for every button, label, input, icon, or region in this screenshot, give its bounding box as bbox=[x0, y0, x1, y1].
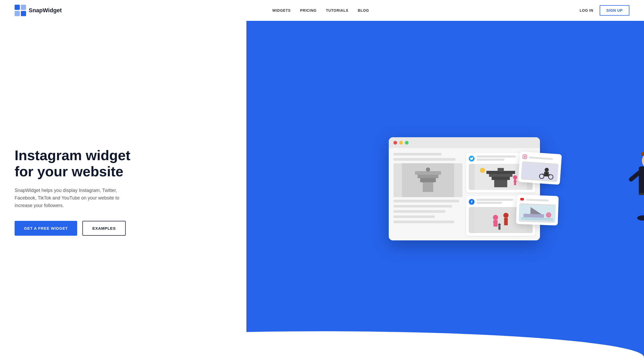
svg-rect-13 bbox=[491, 176, 510, 180]
svg-rect-1 bbox=[21, 5, 26, 10]
instagram-icon bbox=[522, 154, 527, 160]
navbar: SnapWidget WIDGETS PRICING TUTORIALS BLO… bbox=[0, 0, 644, 21]
svg-line-49 bbox=[631, 173, 639, 179]
svg-rect-5 bbox=[423, 182, 433, 192]
youtube-float-image bbox=[519, 203, 556, 223]
svg-rect-43 bbox=[639, 166, 644, 195]
svg-rect-12 bbox=[494, 179, 507, 187]
svg-rect-7 bbox=[417, 174, 438, 178]
facebook-icon bbox=[469, 199, 475, 205]
nav-pricing[interactable]: PRICING bbox=[300, 8, 317, 13]
browser-dot-red[interactable] bbox=[393, 141, 397, 145]
svg-point-11 bbox=[480, 168, 485, 173]
browser-content bbox=[389, 148, 540, 240]
svg-rect-2 bbox=[15, 11, 20, 16]
nav-widgets[interactable]: WIDGETS bbox=[272, 8, 291, 13]
text-line bbox=[393, 205, 452, 208]
svg-rect-27 bbox=[498, 226, 500, 230]
instagram-float-image bbox=[521, 161, 559, 182]
hero-title: Instagram widget for your website bbox=[15, 147, 275, 179]
svg-rect-50 bbox=[639, 194, 644, 217]
svg-rect-46 bbox=[641, 152, 644, 156]
svg-rect-54 bbox=[639, 193, 644, 195]
svg-rect-22 bbox=[493, 220, 497, 227]
svg-rect-38 bbox=[523, 214, 544, 218]
youtube-float-header bbox=[519, 197, 556, 203]
text-line bbox=[393, 158, 456, 161]
login-link[interactable]: LOG IN bbox=[580, 8, 593, 13]
nav-actions: LOG IN SIGN UP bbox=[580, 5, 629, 16]
svg-point-21 bbox=[493, 215, 498, 220]
hero-section: Instagram widget for your website SnapWi… bbox=[0, 21, 644, 362]
hero-title-line2: for your website bbox=[15, 164, 123, 179]
svg-rect-0 bbox=[15, 5, 20, 10]
svg-rect-6 bbox=[420, 178, 436, 182]
svg-point-24 bbox=[503, 213, 508, 218]
svg-point-9 bbox=[426, 167, 430, 172]
text-line bbox=[393, 215, 435, 218]
youtube-float-card bbox=[516, 195, 559, 226]
hero-buttons: GET A FREE WIDGET EXAMPLES bbox=[15, 221, 275, 236]
twitter-icon bbox=[469, 156, 475, 161]
svg-rect-28 bbox=[523, 155, 527, 159]
instagram-float-header bbox=[522, 154, 559, 162]
nav-tutorials[interactable]: TUTORIALS bbox=[326, 8, 348, 13]
browser-dot-yellow[interactable] bbox=[399, 141, 403, 145]
svg-point-26 bbox=[498, 223, 501, 226]
svg-point-17 bbox=[513, 175, 517, 179]
svg-rect-3 bbox=[21, 11, 26, 16]
image-block bbox=[393, 163, 463, 197]
nav-links: WIDGETS PRICING TUTORIALS BLOG bbox=[272, 8, 369, 13]
text-line bbox=[393, 200, 459, 202]
hero-title-line1: Instagram widget bbox=[15, 147, 130, 163]
svg-rect-18 bbox=[514, 179, 516, 185]
instagram-float-card bbox=[518, 152, 562, 185]
hero-description: SnapWidget helps you display Instagram, … bbox=[15, 187, 124, 209]
blog-column bbox=[393, 153, 463, 236]
get-free-widget-button[interactable]: GET A FREE WIDGET bbox=[15, 221, 77, 236]
text-line bbox=[393, 153, 442, 155]
browser-bar bbox=[389, 137, 540, 148]
text-line bbox=[393, 210, 445, 213]
browser-mockup bbox=[389, 137, 540, 240]
hero-right bbox=[290, 127, 644, 256]
logo-icon bbox=[15, 5, 26, 16]
youtube-icon bbox=[519, 197, 525, 202]
person-illustration bbox=[628, 146, 644, 229]
browser-dot-green[interactable] bbox=[405, 141, 409, 145]
examples-button[interactable]: EXAMPLES bbox=[82, 221, 126, 236]
text-line bbox=[393, 221, 454, 223]
svg-rect-25 bbox=[504, 218, 508, 225]
nav-blog[interactable]: BLOG bbox=[358, 8, 369, 13]
svg-rect-8 bbox=[415, 171, 441, 175]
svg-rect-16 bbox=[497, 168, 504, 171]
signup-button[interactable]: SIGN UP bbox=[600, 5, 629, 16]
logo[interactable]: SnapWidget bbox=[15, 5, 62, 16]
svg-point-52 bbox=[637, 215, 644, 221]
hero-left: Instagram widget for your website SnapWi… bbox=[0, 132, 290, 251]
brand-name: SnapWidget bbox=[29, 7, 62, 14]
